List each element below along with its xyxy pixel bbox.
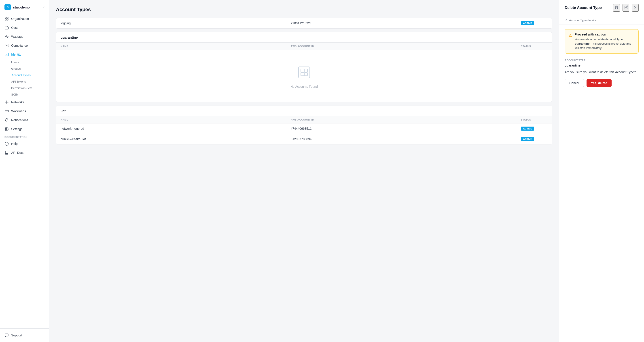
confirm-label: ACCOUNT TYPE	[564, 59, 639, 62]
section-uat-header: uat	[56, 106, 552, 116]
svg-rect-19	[301, 69, 304, 72]
sidebar: S stax-demo ‹ Organization Cost Wastage …	[0, 0, 49, 342]
status-badge: ACTIVE	[521, 127, 534, 131]
nav-help[interactable]: Help	[0, 139, 49, 148]
cell-name: public-website-uat	[60, 137, 291, 141]
nav-wastage[interactable]: Wastage	[0, 32, 49, 41]
sidebar-item-users[interactable]: Users	[11, 59, 49, 65]
nav-settings[interactable]: Settings	[0, 125, 49, 134]
nav-notifications[interactable]: Notifications	[0, 116, 49, 125]
edit-icon-button[interactable]	[622, 4, 629, 12]
nav-compliance[interactable]: Compliance	[0, 41, 49, 50]
settings-icon	[4, 127, 9, 131]
sidebar-item-permission-sets[interactable]: Permission Sets	[11, 85, 49, 91]
svg-rect-7	[5, 53, 8, 56]
col-status: STATUS	[521, 45, 548, 47]
cell-aws-account-id: 512997785894	[291, 137, 521, 141]
svg-rect-20	[304, 69, 308, 72]
table-row[interactable]: network-nonprod 474440663511 ACTIVE	[56, 124, 552, 134]
sidebar-item-scim[interactable]: SCIM	[11, 91, 49, 98]
empty-text-quarantine: No Accounts Found	[290, 85, 318, 88]
nav-api-docs[interactable]: API Docs	[0, 148, 49, 157]
nav-identity[interactable]: Identity	[0, 50, 49, 59]
panel-title: Delete Account Type	[564, 5, 602, 10]
status-badge: ACTIVE	[521, 21, 534, 25]
cell-name: network-nonprod	[60, 127, 291, 130]
svg-rect-21	[301, 73, 304, 76]
cost-label: Cost	[11, 26, 18, 29]
cell-name: logging	[60, 21, 291, 25]
svg-rect-14	[5, 111, 8, 112]
nav-workloads[interactable]: Workloads	[0, 107, 49, 116]
col-aws-account-id: AWS ACCOUNT ID	[291, 118, 521, 121]
panel-header: Delete Account Type	[559, 0, 644, 16]
right-panel: Delete Account Type Account Type details…	[559, 0, 644, 342]
nav-organization[interactable]: Organization	[0, 14, 49, 23]
col-status: STATUS	[521, 118, 548, 121]
status-badge: ACTIVE	[521, 137, 534, 141]
app-logo[interactable]: S stax-demo ‹	[0, 0, 49, 14]
logo-icon: S	[4, 4, 11, 10]
doc-section-label: DOCUMENTATION	[0, 134, 49, 139]
sidebar-item-account-types[interactable]: Account Types	[11, 72, 49, 78]
panel-body: ⚠ Proceed with caution You are about to …	[559, 25, 644, 342]
cell-status: ACTIVE	[521, 137, 548, 141]
support-icon	[4, 333, 9, 338]
table-row[interactable]: public-website-uat 512997785894 ACTIVE	[56, 134, 552, 144]
section-quarantine: quarantine NAME AWS ACCOUNT ID STATUS No…	[56, 32, 552, 102]
cell-status: ACTIVE	[521, 21, 548, 25]
confirm-buttons: Cancel Yes, delete	[564, 79, 639, 87]
app-name: stax-demo	[13, 5, 30, 9]
warning-title: Proceed with caution	[575, 33, 635, 36]
workloads-label: Workloads	[11, 109, 26, 113]
warning-text-prefix: You are about to delete Account Type	[575, 37, 623, 41]
back-chevron-icon	[564, 19, 568, 22]
networks-label: Networks	[11, 100, 24, 104]
warning-bold-name: quarantine.	[575, 42, 590, 45]
cancel-button[interactable]: Cancel	[564, 79, 584, 87]
identity-subnav: Users Groups Account Types API Tokens Pe…	[0, 59, 49, 98]
close-icon-button[interactable]	[632, 4, 639, 12]
panel-back-button[interactable]: Account Type details	[559, 16, 644, 25]
svg-point-15	[6, 129, 8, 130]
notifications-label: Notifications	[11, 118, 28, 122]
svg-rect-0	[5, 17, 6, 18]
section-uat: uat NAME AWS ACCOUNT ID STATUS network-n…	[56, 106, 552, 145]
sidebar-item-api-tokens[interactable]: API Tokens	[11, 78, 49, 85]
workloads-icon	[4, 109, 9, 113]
nav-support[interactable]: Support	[0, 331, 49, 340]
sidebar-bottom: Support	[0, 328, 49, 342]
svg-rect-22	[304, 73, 308, 76]
svg-rect-2	[5, 19, 6, 20]
svg-rect-18	[298, 67, 310, 78]
compliance-label: Compliance	[11, 44, 28, 47]
warning-icon: ⚠	[568, 33, 572, 50]
nav-cost[interactable]: Cost	[0, 23, 49, 32]
quarantine-table-header: NAME AWS ACCOUNT ID STATUS	[56, 43, 552, 50]
table-row[interactable]: logging 220011218924 ACTIVE	[56, 18, 552, 28]
page-title: Account Types	[56, 7, 552, 12]
uat-table-header: NAME AWS ACCOUNT ID STATUS	[56, 116, 552, 124]
sidebar-item-groups[interactable]: Groups	[11, 65, 49, 72]
wastage-icon	[4, 34, 9, 39]
api-docs-icon	[4, 151, 9, 155]
panel-back-label: Account Type details	[569, 18, 596, 22]
delete-icon-button[interactable]	[613, 4, 620, 12]
settings-label: Settings	[11, 127, 22, 131]
nav-networks[interactable]: Networks	[0, 98, 49, 107]
api-docs-label: API Docs	[11, 151, 24, 155]
confirm-section: ACCOUNT TYPE quarantine Are you sure you…	[564, 59, 639, 87]
organization-label: Organization	[11, 17, 29, 20]
section-quarantine-header: quarantine	[56, 32, 552, 43]
identity-icon	[4, 52, 9, 57]
confirm-value: quarantine	[564, 63, 639, 67]
organization-icon	[4, 16, 9, 21]
collapse-button[interactable]: ‹	[44, 5, 44, 9]
svg-rect-13	[5, 110, 8, 111]
main-content: Account Types logging 220011218924 ACTIV…	[49, 0, 559, 342]
yes-delete-button[interactable]: Yes, delete	[586, 79, 612, 87]
col-name: NAME	[60, 45, 291, 47]
identity-label: Identity	[11, 53, 21, 56]
cell-aws-account-id: 474440663511	[291, 127, 521, 130]
warning-text: You are about to delete Account Type qua…	[575, 37, 635, 50]
